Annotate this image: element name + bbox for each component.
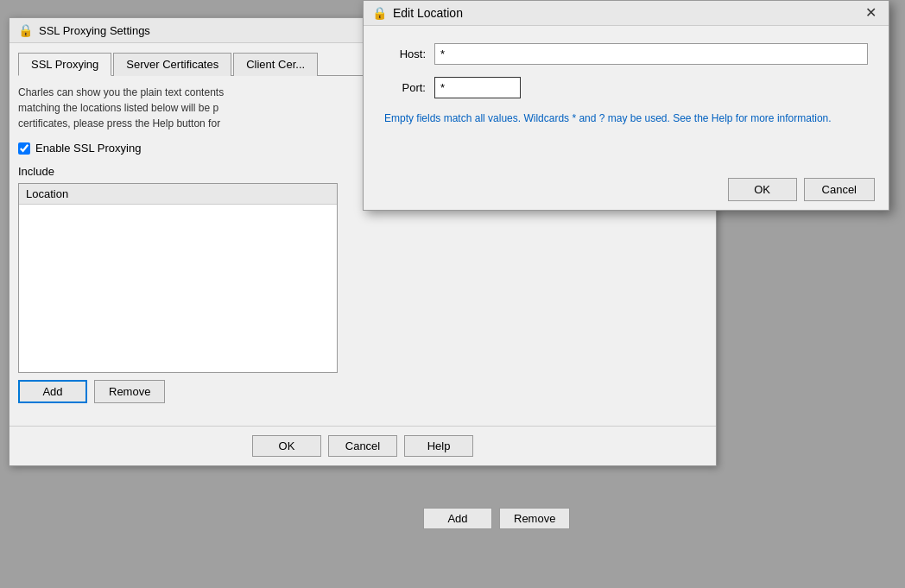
dialog-cancel-button[interactable]: Cancel — [804, 178, 875, 201]
port-input[interactable] — [434, 77, 521, 98]
tab-server-certificates[interactable]: Server Certificates — [113, 53, 231, 76]
hint-text: Empty fields match all values. Wildcards… — [384, 111, 833, 126]
bottom-buttons: Add Remove — [18, 380, 707, 403]
bottom-ok-cancel-row: OK Cancel Help — [9, 426, 716, 465]
add-button[interactable]: Add — [18, 380, 87, 403]
extra-add-remove-row: Add Remove — [423, 508, 570, 529]
tab-ssl-proxying[interactable]: SSL Proxying — [18, 53, 111, 76]
enable-ssl-proxying-label: Enable SSL Proxying — [35, 142, 141, 155]
port-label: Port: — [384, 81, 426, 94]
ssl-window-icon: 🔒 — [18, 23, 32, 37]
add-button-2[interactable]: Add — [423, 508, 492, 529]
dialog-icon: 🔒 — [372, 6, 386, 20]
remove-button-2[interactable]: Remove — [499, 508, 570, 529]
edit-location-dialog: 🔒 Edit Location ✕ Host: Port: Empty fiel… — [363, 0, 889, 211]
dialog-footer: OK Cancel — [364, 169, 889, 210]
dialog-close-button[interactable]: ✕ — [862, 6, 880, 20]
dialog-ok-button[interactable]: OK — [728, 178, 797, 201]
tab-client-cer[interactable]: Client Cer... — [233, 53, 318, 76]
table-body — [19, 205, 337, 369]
enable-ssl-proxying-checkbox[interactable] — [18, 142, 30, 155]
dialog-body: Host: Port: Empty fields match all value… — [364, 26, 889, 169]
dialog-titlebar: 🔒 Edit Location ✕ — [364, 1, 889, 26]
ssl-cancel-button[interactable]: Cancel — [328, 435, 397, 457]
dialog-title: Edit Location — [393, 6, 855, 20]
remove-button[interactable]: Remove — [94, 380, 165, 403]
port-field-row: Port: — [384, 77, 868, 98]
host-input[interactable] — [434, 43, 868, 65]
ssl-ok-button[interactable]: OK — [252, 435, 321, 457]
table-header: Location — [19, 184, 337, 205]
host-field-row: Host: — [384, 43, 868, 65]
host-label: Host: — [384, 47, 426, 60]
include-table: Location — [18, 183, 338, 373]
ssl-help-button[interactable]: Help — [404, 435, 473, 457]
